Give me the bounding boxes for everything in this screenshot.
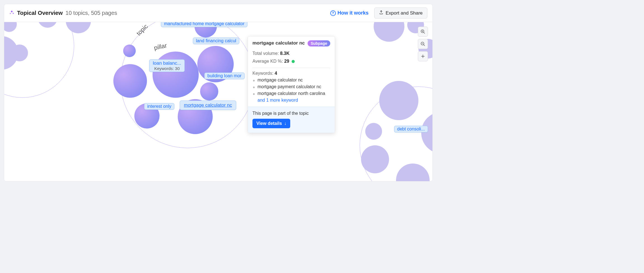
keywords-count: 4 — [275, 71, 277, 76]
view-details-label: View details — [256, 121, 282, 126]
export-share-label: Export and Share — [386, 10, 423, 16]
svg-line-5 — [423, 45, 425, 46]
total-volume-value: 8.3K — [280, 51, 290, 56]
bubble-node[interactable] — [361, 145, 389, 173]
avg-kd-value: 29 — [284, 59, 289, 64]
view-details-button[interactable]: View details — [252, 119, 290, 128]
export-icon — [379, 10, 383, 16]
arrow-down-icon — [284, 121, 286, 126]
header-right: ? How it works Export and Share — [330, 8, 427, 18]
export-share-button[interactable]: Export and Share — [374, 8, 427, 18]
bubble-node[interactable] — [123, 45, 136, 57]
keyword-item: mortgage payment calculator nc — [252, 84, 330, 89]
keyword-item: mortgage calculator north carolina — [252, 91, 330, 96]
svg-line-1 — [423, 32, 425, 34]
avg-kd-row: Average KD %: 29 — [252, 59, 330, 64]
zoom-controls — [418, 27, 428, 61]
header-left: Topical Overview 10 topics, 505 pages — [9, 10, 117, 16]
kd-difficulty-dot — [292, 60, 295, 63]
bubble-node[interactable] — [365, 123, 382, 140]
node-label-interest-only[interactable]: interest only — [144, 103, 174, 110]
sparkle-icon — [9, 10, 14, 16]
bubble-node[interactable] — [113, 64, 147, 98]
bubble-node[interactable] — [379, 81, 418, 120]
fit-screen-button[interactable] — [418, 51, 428, 61]
node-label-debt-consoli[interactable]: debt consoli... — [394, 126, 428, 132]
total-volume-row: Total volume: 8.3K — [252, 51, 330, 56]
panel-header: Topical Overview 10 topics, 505 pages ? … — [4, 4, 432, 22]
topical-overview-panel: Topical Overview 10 topics, 505 pages ? … — [4, 4, 433, 181]
popover-footer-text: This page is part of the topic — [252, 111, 330, 116]
bubble-node[interactable] — [200, 82, 218, 101]
popover-title: mortgage calculator nc — [252, 40, 305, 46]
zoom-in-button[interactable] — [418, 27, 428, 37]
node-detail-popover: mortgage calculator nc Subpage Total vol… — [248, 36, 335, 133]
node-label-mortgage-nc[interactable]: mortgage calculator nc — [180, 101, 236, 110]
how-it-works-label: How it works — [338, 10, 369, 16]
topic-graph-canvas[interactable]: topic pillar manufactured home mortgage … — [4, 22, 432, 181]
node-label-land-financing[interactable]: land financing calcul — [193, 38, 239, 44]
zoom-out-button[interactable] — [418, 39, 428, 49]
divider — [252, 68, 330, 68]
help-circle-icon: ? — [330, 10, 336, 16]
svg-point-9 — [423, 56, 423, 57]
more-keywords-link[interactable]: and 1 more keyword — [252, 98, 330, 103]
pillar-node[interactable] — [153, 52, 199, 98]
subpage-badge: Subpage — [308, 40, 330, 46]
how-it-works-link[interactable]: ? How it works — [330, 10, 369, 16]
node-label-loan-balance[interactable]: loan balanc... Keywords: 30 — [149, 59, 185, 72]
bubble-node[interactable] — [374, 22, 404, 42]
panel-subtitle: 10 topics, 505 pages — [65, 10, 117, 16]
keywords-count-row: Keywords: 4 — [252, 71, 330, 76]
panel-title: Topical Overview — [17, 10, 63, 16]
keyword-item: mortgage calculator nc — [252, 78, 330, 83]
keyword-list: mortgage calculator nc mortgage payment … — [252, 78, 330, 96]
node-label-building-loan[interactable]: building loan mor — [204, 73, 245, 79]
node-label-manufactured[interactable]: manufactured home mortgage calculator — [161, 22, 247, 27]
